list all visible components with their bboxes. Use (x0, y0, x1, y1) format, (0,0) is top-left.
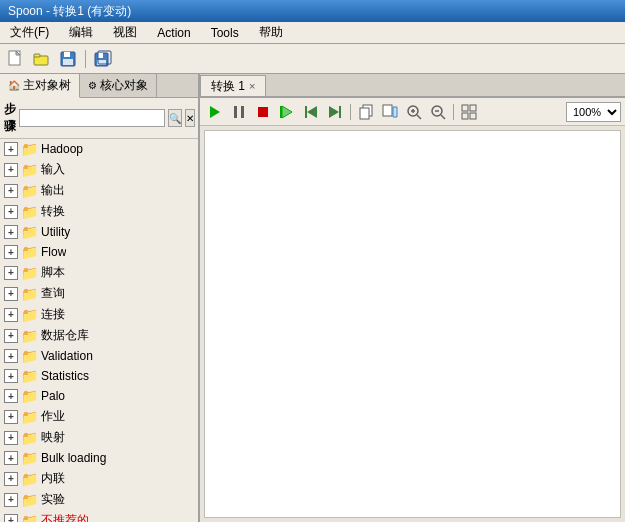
pause-button[interactable] (228, 102, 250, 122)
tree-item[interactable]: + 📁 Hadoop (0, 139, 198, 159)
zoom-in-button[interactable] (403, 102, 425, 122)
svg-marker-25 (393, 107, 397, 117)
folder-icon: 📁 (21, 450, 38, 466)
tree-item[interactable]: + 📁 输入 (0, 159, 198, 180)
svg-rect-24 (383, 105, 392, 116)
main-toolbar (0, 44, 625, 74)
tree-item[interactable]: + 📁 Statistics (0, 366, 198, 386)
folder-icon: 📁 (21, 513, 38, 523)
transform-canvas[interactable] (204, 130, 621, 518)
transform-tab-close[interactable]: × (249, 80, 255, 92)
expand-icon[interactable]: + (4, 308, 18, 322)
tab-main-tree-label: 主对象树 (23, 77, 71, 94)
save-all-button[interactable] (91, 48, 115, 70)
search-input[interactable] (19, 109, 165, 127)
tree-item[interactable]: + 📁 内联 (0, 468, 198, 489)
tree-item-label: 内联 (41, 470, 65, 487)
zoom-out-button[interactable] (427, 102, 449, 122)
expand-icon[interactable]: + (4, 389, 18, 403)
open-button[interactable] (30, 48, 54, 70)
tree-item-label: 数据仓库 (41, 327, 89, 344)
tree-item-label: 连接 (41, 306, 65, 323)
tree-item-label: Utility (41, 225, 70, 239)
svg-marker-20 (329, 106, 339, 118)
tree-item-label: 作业 (41, 408, 65, 425)
tree-item[interactable]: + 📁 映射 (0, 427, 198, 448)
preview-button[interactable] (276, 102, 298, 122)
expand-icon[interactable]: + (4, 410, 18, 424)
expand-icon[interactable]: + (4, 451, 18, 465)
tree-item[interactable]: + 📁 Bulk loading (0, 448, 198, 468)
expand-icon[interactable]: + (4, 514, 18, 523)
tree-item[interactable]: + 📁 Utility (0, 222, 198, 242)
tab-core-objects[interactable]: ⚙ 核心对象 (80, 74, 157, 97)
expand-icon[interactable]: + (4, 431, 18, 445)
svg-marker-15 (282, 106, 292, 118)
transform-tab-label: 转换 1 (211, 78, 245, 95)
expand-icon[interactable]: + (4, 329, 18, 343)
expand-icon[interactable]: + (4, 184, 18, 198)
copy1-button[interactable] (355, 102, 377, 122)
tree-item-label: Palo (41, 389, 65, 403)
tree-item[interactable]: + 📁 Validation (0, 346, 198, 366)
tree-item-label: Validation (41, 349, 93, 363)
expand-icon[interactable]: + (4, 369, 18, 383)
folder-icon: 📁 (21, 162, 38, 178)
grid-button[interactable] (458, 102, 480, 122)
menu-edit[interactable]: 编辑 (63, 22, 99, 43)
stop-button[interactable] (252, 102, 274, 122)
tree-item[interactable]: + 📁 数据仓库 (0, 325, 198, 346)
svg-rect-8 (98, 53, 103, 58)
next-step-button[interactable] (324, 102, 346, 122)
new-button[interactable] (4, 48, 28, 70)
folder-icon: 📁 (21, 492, 38, 508)
tree-item-label: Hadoop (41, 142, 83, 156)
left-tab-bar: 🏠 主对象树 ⚙ 核心对象 (0, 74, 198, 98)
expand-icon[interactable]: + (4, 493, 18, 507)
svg-rect-5 (64, 52, 70, 57)
tree-item[interactable]: + 📁 Flow (0, 242, 198, 262)
steps-tree[interactable]: + 📁 Hadoop + 📁 输入 + 📁 输出 + 📁 转换 + 📁 Util… (0, 139, 198, 522)
folder-icon: 📁 (21, 388, 38, 404)
expand-icon[interactable]: + (4, 349, 18, 363)
tab-main-tree[interactable]: 🏠 主对象树 (0, 74, 80, 98)
menu-tools[interactable]: Tools (205, 24, 245, 42)
tree-item[interactable]: + 📁 查询 (0, 283, 198, 304)
expand-icon[interactable]: + (4, 266, 18, 280)
svg-marker-11 (210, 106, 220, 118)
expand-icon[interactable]: + (4, 205, 18, 219)
folder-icon: 📁 (21, 430, 38, 446)
search-button[interactable]: 🔍 (168, 109, 182, 127)
tree-item-label: Flow (41, 245, 66, 259)
menu-file[interactable]: 文件(F) (4, 22, 55, 43)
steps-label: 步骤 (4, 101, 16, 135)
transform-tab[interactable]: 转换 1 × (200, 75, 266, 96)
tree-item[interactable]: + 📁 作业 (0, 406, 198, 427)
copy2-button[interactable] (379, 102, 401, 122)
expand-icon[interactable]: + (4, 142, 18, 156)
folder-icon: 📁 (21, 204, 38, 220)
folder-icon: 📁 (21, 265, 38, 281)
zoom-select[interactable]: 100% 75% 50% 150% 200% (566, 102, 621, 122)
folder-icon: 📁 (21, 286, 38, 302)
clear-button[interactable]: ✕ (185, 109, 195, 127)
expand-icon[interactable]: + (4, 163, 18, 177)
tree-item[interactable]: + 📁 连接 (0, 304, 198, 325)
expand-icon[interactable]: + (4, 245, 18, 259)
tree-item[interactable]: + 📁 Palo (0, 386, 198, 406)
tree-item-label: 查询 (41, 285, 65, 302)
save-button[interactable] (56, 48, 80, 70)
tree-item[interactable]: + 📁 脚本 (0, 262, 198, 283)
menu-view[interactable]: 视图 (107, 22, 143, 43)
tree-item[interactable]: + 📁 转换 (0, 201, 198, 222)
expand-icon[interactable]: + (4, 287, 18, 301)
tree-item[interactable]: + 📁 不推荐的 (0, 510, 198, 522)
tree-item[interactable]: + 📁 实验 (0, 489, 198, 510)
play-button[interactable] (204, 102, 226, 122)
menu-help[interactable]: 帮助 (253, 22, 289, 43)
tree-item[interactable]: + 📁 输出 (0, 180, 198, 201)
rewind-button[interactable] (300, 102, 322, 122)
expand-icon[interactable]: + (4, 472, 18, 486)
menu-action[interactable]: Action (151, 24, 196, 42)
expand-icon[interactable]: + (4, 225, 18, 239)
